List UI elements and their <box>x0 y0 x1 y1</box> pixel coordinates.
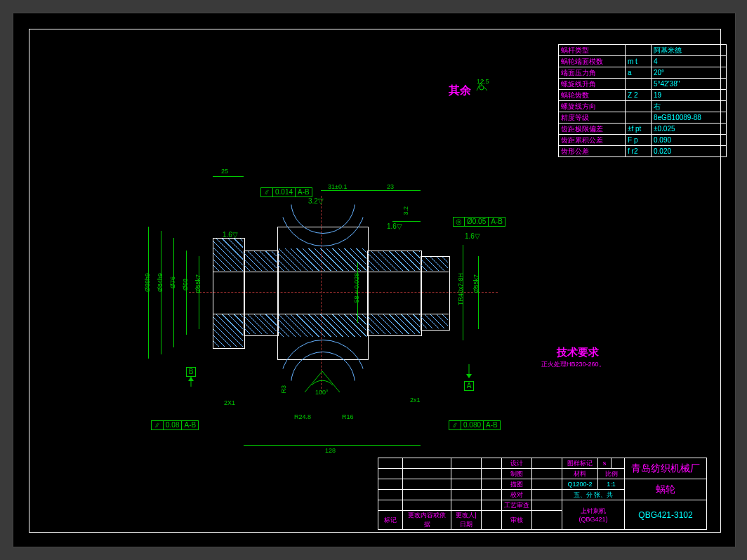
dim-ch2x1-l: 2X1 <box>224 399 235 406</box>
dim-line <box>392 221 421 222</box>
tech-req-title: 技术要求 <box>557 346 599 359</box>
param-row: 螺旋线方向右 <box>559 101 727 112</box>
other-mark-text: 其余 <box>449 84 471 98</box>
dim-d88h9: Ø88h9 <box>144 273 151 292</box>
datum-a: A <box>464 364 474 391</box>
design-label: 设计 <box>502 458 532 469</box>
dim-line <box>186 251 187 335</box>
changer-col: 更改人|日期 <box>451 511 482 530</box>
dim-l25: 25 <box>221 168 228 175</box>
bore-top <box>213 272 449 272</box>
part-number: QBG421-3102 <box>625 500 707 530</box>
surface-symbol-icon <box>473 80 494 94</box>
mark-col: 标记 <box>378 511 403 530</box>
param-row: 蜗轮端面模数m t4 <box>559 56 727 67</box>
svg-point-0 <box>480 86 484 90</box>
hatch <box>213 239 243 271</box>
draw-label: 制图 <box>502 469 532 479</box>
dim-line <box>213 176 244 177</box>
param-row: 蜗轮齿数Z 219 <box>559 90 727 101</box>
hatch <box>278 314 366 337</box>
process-label: 工艺审查 <box>502 500 532 511</box>
tech-req-1: 正火处理HB230-260。 <box>541 360 605 369</box>
dim-d68: Ø68 <box>182 279 189 291</box>
dim-d55k7-r: Ø55k7 <box>472 274 480 293</box>
change-col: 更改内容或依据 <box>403 511 451 530</box>
dim-line <box>321 190 367 191</box>
param-row: 螺旋线升角5°42'38" <box>559 79 727 90</box>
scale-value: 1:1 <box>598 479 625 490</box>
parameter-table: 蜗杆类型阿基米德蜗轮端面模数m t4端面压力角a20°螺旋线升角5°42'38"… <box>558 44 727 157</box>
check-label: 校对 <box>502 490 532 500</box>
dim-r3: R3 <box>280 385 287 394</box>
surf-16-1: 1.6▽ <box>223 231 238 239</box>
dim-ch2x1-r: 2x1 <box>410 396 421 404</box>
dim-line <box>173 238 174 347</box>
dim-line <box>357 262 358 323</box>
gtol-runout-08: ⫽0.08A-B <box>151 418 199 430</box>
hatch <box>421 257 448 271</box>
param-row: 精度等级8eGB10089-88 <box>559 112 727 124</box>
gtol-runout-014: ⫽0.014A-B <box>260 185 312 197</box>
hatch <box>213 314 243 347</box>
trace-label: 描图 <box>502 479 532 490</box>
gtol-runout-080: ⫽0.080A-B <box>449 418 501 430</box>
dim-r16: R16 <box>342 413 354 420</box>
surf-32: 3.2▽ <box>308 197 324 205</box>
datum-b: B <box>186 364 196 391</box>
sheet-info: 五、分 张、共 <box>562 490 625 500</box>
param-row: 齿距极限偏差±f pt±0.025 <box>559 124 727 135</box>
dim-l128: 128 <box>325 447 336 454</box>
svg-marker-2 <box>188 377 194 381</box>
material-label: 材料 <box>562 469 598 479</box>
param-row: 端面压力角a20° <box>559 67 727 79</box>
hatch <box>421 314 448 328</box>
canvas-background: 蜗杆类型阿基米德蜗轮端面模数m t4端面压力角a20°螺旋线升角5°42'38"… <box>13 13 736 547</box>
dim-d55k7-l: Ø55k7 <box>194 274 201 293</box>
dim-d84h9: Ø84h9 <box>157 273 164 292</box>
part-name: 蜗轮 <box>625 479 707 500</box>
scale-label: 比例 <box>598 469 625 479</box>
gtol-conc-005: ◎Ø0.05A-B <box>453 214 505 227</box>
approve-label: 审核 <box>502 511 532 530</box>
dim-tr40: TR40x7-8H <box>457 273 464 305</box>
hatch <box>244 314 277 334</box>
dim-l32: 3.2 <box>402 206 409 215</box>
dim-d58tol: 58±0.028 <box>353 273 360 303</box>
dim-line <box>244 445 421 446</box>
dim-line <box>148 227 149 359</box>
dim-line <box>161 231 161 354</box>
param-row: 齿距累积公差F p0.090 <box>559 135 727 146</box>
hatch <box>368 251 420 271</box>
hatch <box>278 248 366 271</box>
bore-bottom <box>213 314 449 314</box>
param-row: 蜗杆类型阿基米德 <box>559 45 727 56</box>
stagemark-label: 图样标记 <box>562 458 598 469</box>
dim-d76: Ø76 <box>169 276 176 288</box>
jobno: Q1200-2 <box>562 479 598 490</box>
dim-l31: 31±0.1 <box>328 183 347 190</box>
hatch <box>244 251 277 271</box>
company-name: 青岛纺织机械厂 <box>625 458 707 479</box>
dim-line <box>367 190 421 191</box>
hatch <box>368 314 420 334</box>
surf-16-2: 1.6▽ <box>387 222 402 230</box>
param-row: 齿形公差f r20.020 <box>559 146 727 157</box>
angle-arc-icon <box>301 368 343 396</box>
title-block: 设计 图样标记s 青岛纺织机械厂 制图 材料比例 描图 Q1200-21:1 蜗… <box>378 458 707 530</box>
surf-16-3: 1.6▽ <box>465 232 480 240</box>
dim-l23: 23 <box>387 183 394 190</box>
assembly-name: 上针刺机 (QBG421) <box>562 500 625 530</box>
dim-r248: R24.8 <box>294 413 311 420</box>
svg-marker-4 <box>466 374 472 378</box>
